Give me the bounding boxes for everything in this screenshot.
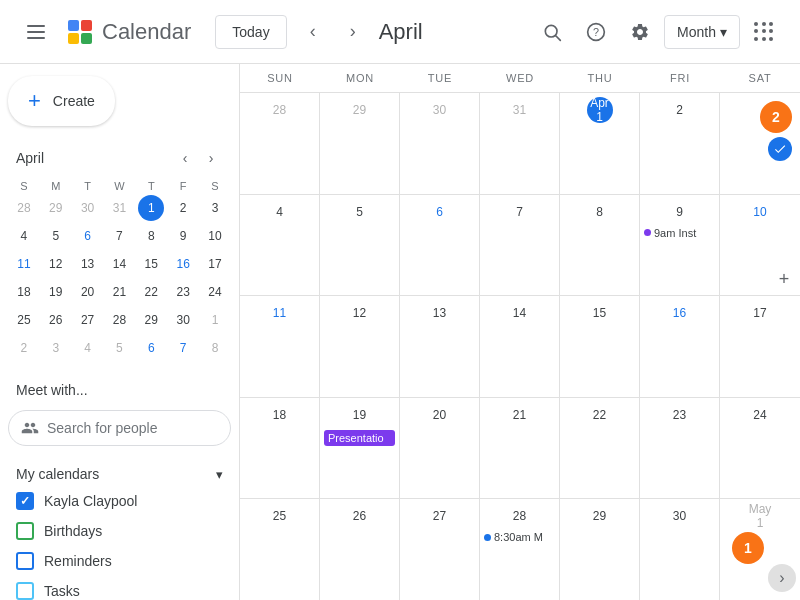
mini-day[interactable]: 5 <box>106 335 132 361</box>
cal-day-mar29[interactable]: 29 <box>320 93 400 194</box>
cal-day-apr22[interactable]: 22 <box>560 398 640 499</box>
calendar-event-presentation[interactable]: Presentatio <box>324 430 395 446</box>
day-number[interactable]: 31 <box>507 97 533 123</box>
day-number[interactable]: 22 <box>587 402 613 428</box>
day-number[interactable]: 13 <box>427 300 453 326</box>
scroll-right-button[interactable]: › <box>768 564 796 592</box>
day-number[interactable]: 16 <box>667 300 693 326</box>
cal-day-apr24[interactable]: 24 <box>720 398 800 499</box>
cal-day-apr17[interactable]: 17 <box>720 296 800 397</box>
mini-day[interactable]: 17 <box>202 251 228 277</box>
cal-day-apr14[interactable]: 14 <box>480 296 560 397</box>
day-number[interactable]: 10 <box>747 199 773 225</box>
day-number[interactable]: 12 <box>347 300 373 326</box>
cal-day-apr18[interactable]: 18 <box>240 398 320 499</box>
cal-day-mar31[interactable]: 31 <box>480 93 560 194</box>
mini-day-today[interactable]: 1 <box>138 195 164 221</box>
day-number[interactable]: 6 <box>427 199 453 225</box>
mini-next-button[interactable]: › <box>199 146 223 170</box>
search-button[interactable] <box>532 12 572 52</box>
mini-day[interactable]: 14 <box>106 251 132 277</box>
day-number[interactable]: 8 <box>587 199 613 225</box>
day-number[interactable]: 25 <box>267 503 293 529</box>
mini-day[interactable]: 30 <box>75 195 101 221</box>
day-number[interactable]: 30 <box>427 97 453 123</box>
day-number[interactable]: 30 <box>667 503 693 529</box>
cal-day-apr25[interactable]: 25 <box>240 499 320 600</box>
mini-day[interactable]: 10 <box>202 223 228 249</box>
cal-day-apr7[interactable]: 7 <box>480 195 560 296</box>
cal-day-apr2[interactable]: 2 <box>640 93 720 194</box>
cal-day-apr12[interactable]: 12 <box>320 296 400 397</box>
mini-day[interactable]: 5 <box>43 223 69 249</box>
mini-day[interactable]: 4 <box>11 223 37 249</box>
calendar-checkbox-kayla[interactable]: ✓ <box>16 492 34 510</box>
settings-button[interactable] <box>620 12 660 52</box>
calendar-event-9am[interactable]: 9am Inst <box>644 227 715 239</box>
cal-day-apr1[interactable]: Apr 1 <box>560 93 640 194</box>
mini-day[interactable]: 2 <box>170 195 196 221</box>
user-avatar-badge-2[interactable]: 2 <box>760 101 792 133</box>
calendar-item-birthdays[interactable]: Birthdays <box>8 516 231 546</box>
mini-day[interactable]: 6 <box>75 223 101 249</box>
mini-day[interactable]: 21 <box>106 279 132 305</box>
day-number[interactable]: 4 <box>267 199 293 225</box>
mini-day[interactable]: 3 <box>43 335 69 361</box>
day-number[interactable]: 28 <box>507 503 533 529</box>
day-number-today[interactable]: Apr 1 <box>587 97 613 123</box>
cal-day-apr5[interactable]: 5 <box>320 195 400 296</box>
cal-day-apr26[interactable]: 26 <box>320 499 400 600</box>
mini-day[interactable]: 23 <box>170 279 196 305</box>
day-number[interactable]: 5 <box>347 199 373 225</box>
cal-day-apr28[interactable]: 28 8:30am M <box>480 499 560 600</box>
calendar-item-kayla[interactable]: ✓ Kayla Claypool <box>8 486 231 516</box>
mini-day[interactable]: 7 <box>170 335 196 361</box>
cal-day-may1[interactable]: May 1 1 › <box>720 499 800 600</box>
day-number[interactable]: 29 <box>347 97 373 123</box>
mini-day[interactable]: 1 <box>202 307 228 333</box>
mini-day[interactable]: 24 <box>202 279 228 305</box>
cal-day-mar30[interactable]: 30 <box>400 93 480 194</box>
cal-day-apr29[interactable]: 29 <box>560 499 640 600</box>
add-event-button-10[interactable]: + <box>772 267 796 291</box>
day-number[interactable]: 23 <box>667 402 693 428</box>
today-button[interactable]: Today <box>215 15 286 49</box>
day-number[interactable]: 21 <box>507 402 533 428</box>
mini-day[interactable]: 19 <box>43 279 69 305</box>
day-number[interactable]: 27 <box>427 503 453 529</box>
next-month-button[interactable]: › <box>335 14 371 50</box>
apps-button[interactable] <box>744 12 784 52</box>
cal-day-apr8[interactable]: 8 <box>560 195 640 296</box>
cal-day-apr11[interactable]: 11 <box>240 296 320 397</box>
mini-day[interactable]: 22 <box>138 279 164 305</box>
day-number[interactable]: 14 <box>507 300 533 326</box>
mini-day[interactable]: 25 <box>11 307 37 333</box>
cal-day-apr3[interactable]: 2 <box>720 93 800 194</box>
day-number[interactable]: 15 <box>587 300 613 326</box>
mini-day[interactable]: 11 <box>11 251 37 277</box>
mini-day[interactable]: 20 <box>75 279 101 305</box>
mini-day[interactable]: 8 <box>202 335 228 361</box>
mini-day[interactable]: 9 <box>170 223 196 249</box>
mini-day[interactable]: 2 <box>11 335 37 361</box>
calendar-checkbox-reminders[interactable] <box>16 552 34 570</box>
user-avatar-badge-1[interactable]: 1 <box>732 532 764 564</box>
day-number[interactable]: 9 <box>667 199 693 225</box>
mini-day[interactable]: 4 <box>75 335 101 361</box>
day-number[interactable]: 11 <box>267 300 293 326</box>
mini-day[interactable]: 8 <box>138 223 164 249</box>
mini-day[interactable]: 6 <box>138 335 164 361</box>
mini-day[interactable]: 26 <box>43 307 69 333</box>
cal-day-apr6[interactable]: 6 <box>400 195 480 296</box>
mini-day[interactable]: 16 <box>170 251 196 277</box>
search-people-button[interactable]: Search for people <box>8 410 231 446</box>
cal-day-apr16[interactable]: 16 <box>640 296 720 397</box>
calendar-item-tasks[interactable]: Tasks <box>8 576 231 600</box>
mini-day[interactable]: 31 <box>106 195 132 221</box>
help-button[interactable]: ? <box>576 12 616 52</box>
mini-day[interactable]: 3 <box>202 195 228 221</box>
calendar-checkbox-tasks[interactable] <box>16 582 34 600</box>
cal-day-apr30[interactable]: 30 <box>640 499 720 600</box>
cal-day-apr27[interactable]: 27 <box>400 499 480 600</box>
calendar-event-830am[interactable]: 8:30am M <box>484 531 555 543</box>
